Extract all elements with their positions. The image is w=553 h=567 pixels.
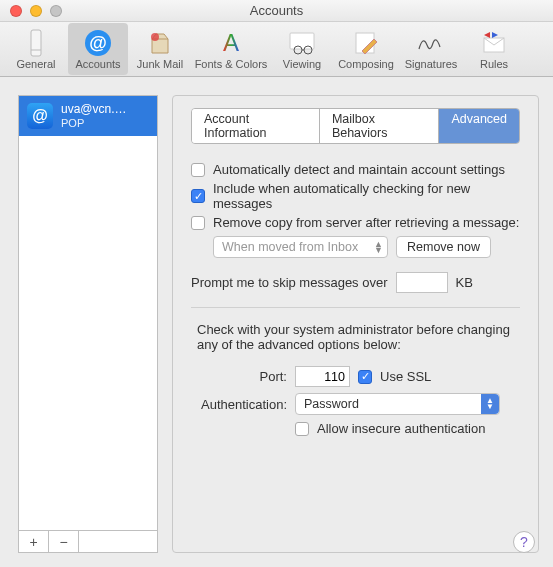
svg-text:@: @ <box>89 33 107 53</box>
account-type: POP <box>61 117 127 129</box>
junk-icon <box>145 28 175 58</box>
prompt-skip-input[interactable] <box>396 272 448 293</box>
auth-label: Authentication: <box>191 397 287 412</box>
include-check-checkbox[interactable] <box>191 189 205 203</box>
toolbar-label: Fonts & Colors <box>195 58 268 70</box>
toolbar-label: General <box>16 58 55 70</box>
accounts-list[interactable]: @ uva@vcn.… POP <box>18 95 158 531</box>
toolbar-rules[interactable]: Rules <box>464 23 524 75</box>
toolbar-composing[interactable]: Composing <box>334 23 398 75</box>
remove-when-select[interactable]: When moved from Inbox ▲▼ <box>213 236 388 258</box>
toolbar-label: Rules <box>480 58 508 70</box>
toolbar-signatures[interactable]: Signatures <box>400 23 462 75</box>
allow-insecure-checkbox[interactable] <box>295 422 309 436</box>
port-label: Port: <box>191 369 287 384</box>
tab-advanced[interactable]: Advanced <box>439 109 519 143</box>
toolbar-accounts[interactable]: @ Accounts <box>68 23 128 75</box>
allow-insecure-label: Allow insecure authentication <box>317 421 485 436</box>
compose-icon <box>351 28 381 58</box>
account-row[interactable]: @ uva@vcn.… POP <box>19 96 157 136</box>
auto-detect-label: Automatically detect and maintain accoun… <box>213 162 505 177</box>
separator <box>191 307 520 308</box>
add-account-button[interactable]: + <box>19 531 49 552</box>
remove-copy-checkbox[interactable] <box>191 216 205 230</box>
use-ssl-label: Use SSL <box>380 369 431 384</box>
remove-when-value: When moved from Inbox <box>222 240 358 254</box>
viewing-icon <box>287 28 317 58</box>
prompt-skip-unit: KB <box>456 275 473 290</box>
toolbar-label: Accounts <box>75 58 120 70</box>
window-title: Accounts <box>0 3 553 18</box>
fonts-icon: A <box>216 28 246 58</box>
accounts-sidebar: @ uva@vcn.… POP + − <box>18 95 158 553</box>
tab-mailbox-behaviors[interactable]: Mailbox Behaviors <box>320 109 440 143</box>
toolbar-junk[interactable]: Junk Mail <box>130 23 190 75</box>
admin-note: Check with your system administrator bef… <box>191 322 520 362</box>
at-icon: @ <box>27 103 53 129</box>
toolbar-fonts[interactable]: A Fonts & Colors <box>192 23 270 75</box>
toolbar-viewing[interactable]: Viewing <box>272 23 332 75</box>
remove-now-button[interactable]: Remove now <box>396 236 491 258</box>
titlebar: Accounts <box>0 0 553 22</box>
sidebar-spacer <box>79 531 157 552</box>
auto-detect-checkbox[interactable] <box>191 163 205 177</box>
help-button[interactable]: ? <box>513 531 535 553</box>
settings-panel: Account Information Mailbox Behaviors Ad… <box>172 95 539 553</box>
account-name: uva@vcn.… <box>61 103 127 116</box>
svg-rect-0 <box>31 30 41 56</box>
include-check-label: Include when automatically checking for … <box>213 181 520 211</box>
auth-select[interactable]: Password ▲▼ <box>295 393 500 415</box>
tabs: Account Information Mailbox Behaviors Ad… <box>191 108 520 144</box>
auth-value: Password <box>304 397 359 411</box>
port-input[interactable] <box>295 366 350 387</box>
toolbar-general[interactable]: General <box>6 23 66 75</box>
rules-icon <box>479 28 509 58</box>
svg-point-4 <box>151 33 159 41</box>
toolbar: General @ Accounts Junk Mail A Fonts & C… <box>0 22 553 77</box>
toolbar-label: Signatures <box>405 58 458 70</box>
toolbar-label: Viewing <box>283 58 321 70</box>
use-ssl-checkbox[interactable] <box>358 370 372 384</box>
at-icon: @ <box>83 28 113 58</box>
tab-account-info[interactable]: Account Information <box>192 109 320 143</box>
toolbar-label: Composing <box>338 58 394 70</box>
svg-text:A: A <box>223 29 239 56</box>
signature-icon <box>416 28 446 58</box>
remove-copy-label: Remove copy from server after retrieving… <box>213 215 519 230</box>
general-icon <box>21 28 51 58</box>
toolbar-label: Junk Mail <box>137 58 183 70</box>
prompt-skip-label: Prompt me to skip messages over <box>191 275 388 290</box>
remove-account-button[interactable]: − <box>49 531 79 552</box>
